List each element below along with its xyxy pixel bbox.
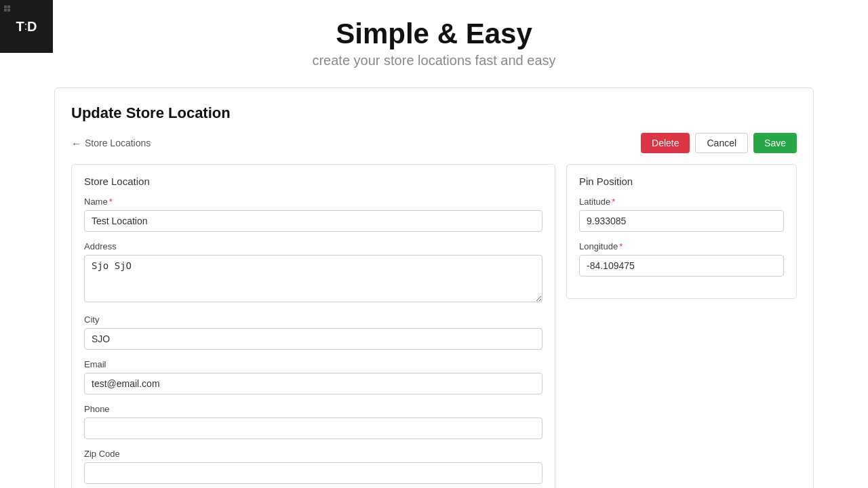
- back-label: Store Locations: [85, 138, 151, 148]
- logo-grid-icon: [4, 5, 12, 14]
- store-location-section: Store Location Name* Address Sjo SjO Cit…: [71, 164, 555, 488]
- logo: T : D: [0, 0, 53, 53]
- phone-group: Phone: [84, 404, 542, 439]
- phone-input[interactable]: [84, 418, 542, 439]
- zip-group: Zip Code: [84, 449, 542, 484]
- header: T : D Simple & Easy create your store lo…: [0, 0, 868, 79]
- name-input[interactable]: [84, 210, 542, 232]
- longitude-input[interactable]: [579, 255, 784, 277]
- zip-input[interactable]: [84, 462, 542, 484]
- svg-rect-3: [7, 9, 10, 12]
- latitude-group: Latitude*: [579, 197, 784, 232]
- svg-rect-2: [4, 9, 7, 12]
- svg-rect-0: [4, 5, 7, 8]
- toolbar-buttons: Delete Cancel Save: [641, 133, 797, 153]
- name-required: *: [109, 197, 113, 207]
- page-title: Update Store Location: [71, 104, 797, 122]
- pin-position-title: Pin Position: [579, 176, 784, 187]
- longitude-label: Longitude*: [579, 241, 784, 251]
- latitude-label: Latitude*: [579, 197, 784, 207]
- email-input[interactable]: [84, 373, 542, 394]
- save-button[interactable]: Save: [753, 133, 797, 153]
- name-group: Name*: [84, 197, 542, 232]
- header-subtitle: create your store locations fast and eas…: [312, 53, 555, 68]
- email-label: Email: [84, 359, 542, 369]
- latitude-input[interactable]: [579, 210, 784, 232]
- toolbar: ← Store Locations Delete Cancel Save: [71, 133, 797, 153]
- address-textarea[interactable]: Sjo SjO: [84, 255, 542, 302]
- zip-label: Zip Code: [84, 449, 542, 459]
- latitude-required: *: [612, 197, 615, 207]
- back-arrow-icon: ←: [71, 138, 81, 149]
- address-label: Address: [84, 241, 542, 251]
- pin-position-section: Pin Position Latitude* Longitude*: [566, 164, 797, 299]
- name-label: Name*: [84, 197, 542, 207]
- main-container: Update Store Location ← Store Locations …: [54, 87, 814, 488]
- header-title: Simple & Easy: [336, 18, 532, 50]
- city-input[interactable]: [84, 328, 542, 350]
- logo-d: D: [27, 19, 37, 35]
- email-group: Email: [84, 359, 542, 394]
- city-label: City: [84, 314, 542, 325]
- phone-label: Phone: [84, 404, 542, 414]
- back-link[interactable]: ← Store Locations: [71, 138, 151, 149]
- svg-rect-1: [7, 5, 10, 8]
- longitude-group: Longitude*: [579, 241, 784, 277]
- address-group: Address Sjo SjO: [84, 241, 542, 305]
- delete-button[interactable]: Delete: [641, 133, 690, 153]
- form-layout: Store Location Name* Address Sjo SjO Cit…: [71, 164, 797, 488]
- store-location-title: Store Location: [84, 176, 542, 187]
- longitude-required: *: [619, 241, 623, 251]
- logo-t: T: [16, 19, 24, 35]
- logo-text: T : D: [16, 19, 37, 35]
- city-group: City: [84, 314, 542, 350]
- cancel-button[interactable]: Cancel: [695, 133, 748, 153]
